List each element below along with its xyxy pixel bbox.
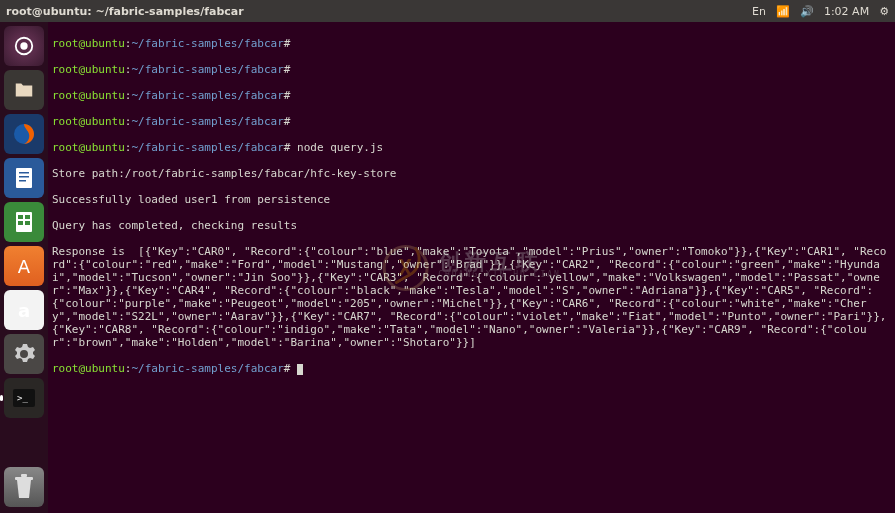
output-line: Store path:/root/fabric-samples/fabcar/h… bbox=[52, 167, 891, 180]
files-icon[interactable] bbox=[4, 70, 44, 110]
sound-icon[interactable]: 🔊 bbox=[800, 5, 814, 18]
svg-rect-9 bbox=[25, 215, 30, 219]
launcher: A a >_ bbox=[0, 22, 48, 513]
prompt-symbol: # bbox=[284, 37, 291, 50]
terminal-body[interactable]: root@ubuntu:~/fabric-samples/fabcar# roo… bbox=[48, 22, 895, 513]
svg-rect-3 bbox=[16, 168, 32, 188]
window-title: root@ubuntu: ~/fabric-samples/fabcar bbox=[6, 5, 752, 18]
output-line: Successfully loaded user1 from persisten… bbox=[52, 193, 891, 206]
settings-icon[interactable] bbox=[4, 334, 44, 374]
svg-rect-10 bbox=[18, 221, 23, 225]
prompt-user: root@ubuntu bbox=[52, 37, 125, 50]
svg-rect-6 bbox=[19, 180, 26, 182]
keyboard-indicator[interactable]: En bbox=[752, 5, 766, 18]
top-panel: root@ubuntu: ~/fabric-samples/fabcar En … bbox=[0, 0, 895, 22]
session-icon[interactable]: ⚙ bbox=[879, 5, 889, 18]
svg-rect-4 bbox=[19, 172, 29, 174]
amazon-icon[interactable]: a bbox=[4, 290, 44, 330]
calc-icon[interactable] bbox=[4, 202, 44, 242]
svg-point-1 bbox=[21, 43, 27, 49]
trash-icon[interactable] bbox=[4, 467, 44, 507]
svg-rect-14 bbox=[15, 477, 33, 480]
software-center-icon[interactable]: A bbox=[4, 246, 44, 286]
terminal-icon[interactable]: >_ bbox=[4, 378, 44, 418]
svg-rect-15 bbox=[21, 474, 27, 477]
output-line: Query has completed, checking results bbox=[52, 219, 891, 232]
cursor bbox=[297, 364, 303, 375]
network-icon[interactable]: 📶 bbox=[776, 5, 790, 18]
command-text: node query.js bbox=[297, 141, 383, 154]
dash-icon[interactable] bbox=[4, 26, 44, 66]
svg-rect-5 bbox=[19, 176, 29, 178]
output-response: Response is [{"Key":"CAR0", "Record":{"c… bbox=[52, 245, 891, 349]
prompt-path: ~/fabric-samples/fabcar bbox=[131, 37, 283, 50]
svg-rect-11 bbox=[25, 221, 30, 225]
svg-rect-8 bbox=[18, 215, 23, 219]
clock[interactable]: 1:02 AM bbox=[824, 5, 869, 18]
system-tray: En 📶 🔊 1:02 AM ⚙ bbox=[752, 5, 889, 18]
writer-icon[interactable] bbox=[4, 158, 44, 198]
firefox-icon[interactable] bbox=[4, 114, 44, 154]
svg-text:>_: >_ bbox=[17, 393, 28, 403]
